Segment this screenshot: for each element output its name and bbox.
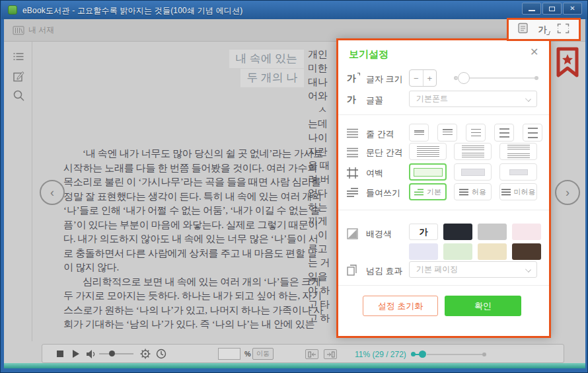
- reading-settings-button[interactable]: [518, 22, 528, 36]
- book-line: 는 거: [308, 256, 337, 270]
- bookmark-button[interactable]: [555, 47, 580, 81]
- reading-progress-label: 11% (29 / 272): [355, 350, 406, 359]
- sidebar-divider: [32, 42, 32, 341]
- book-line: 시작하는 노래를 다들 한 번쯤 들어봤을 것이다. 여러 가수의: [63, 161, 309, 176]
- page-percent-input[interactable]: [218, 348, 240, 360]
- font-size-decrease-button[interactable]: −: [410, 70, 423, 86]
- minimize-button[interactable]: [522, 3, 541, 15]
- tts-play-button[interactable]: [73, 350, 79, 358]
- margin-option-1[interactable]: [409, 163, 447, 181]
- bg-swatch-lavender[interactable]: [409, 243, 438, 260]
- my-library-button[interactable]: 내 서재: [13, 24, 54, 36]
- book-line: 개인: [308, 48, 337, 62]
- confirm-button[interactable]: 확인: [445, 296, 521, 316]
- tts-settings-button gear-icon[interactable]: [140, 349, 151, 359]
- page-flip-select[interactable]: 기본 페이징: [409, 261, 537, 278]
- line-spacing-option-2[interactable]: [437, 124, 457, 142]
- line-spacing-3-icon: [471, 129, 481, 137]
- book-line: 끼게: [308, 214, 337, 228]
- margin-option-2[interactable]: [454, 163, 492, 181]
- line-spacing-option-5[interactable]: [523, 124, 542, 142]
- font-size-icon: 가: [347, 73, 356, 85]
- book-line: ㅅ: [308, 103, 337, 117]
- bg-swatch-gray[interactable]: [478, 224, 507, 240]
- volume-slider[interactable]: [99, 353, 133, 354]
- fullscreen-button[interactable]: [557, 23, 570, 36]
- next-page-button[interactable]: ›: [555, 180, 580, 205]
- margin-1-icon: [414, 168, 443, 177]
- search-button[interactable]: [13, 90, 24, 101]
- maximize-icon: [549, 7, 555, 11]
- indent-option-default[interactable]: 기본: [409, 183, 447, 200]
- page-flip-value: 기본 페이징: [416, 264, 458, 275]
- progress-slider-handle[interactable]: [419, 351, 426, 358]
- book-line: 는데: [308, 117, 337, 131]
- bg-swatch-dark[interactable]: [443, 224, 472, 240]
- note-button[interactable]: [13, 71, 24, 82]
- bookmark-star-icon: [555, 47, 580, 79]
- edit-icon: [13, 71, 24, 82]
- divider: [338, 114, 549, 115]
- book-line: 정말 잘 표현했다는 생각이 든다. 특히 내 속에 있는 여러 개의: [63, 190, 309, 204]
- maximize-button[interactable]: [542, 3, 562, 15]
- book-line: 없다: [308, 186, 337, 200]
- paragraph-spacing-label: 문단 간격: [366, 147, 403, 159]
- indent-default-icon: [414, 188, 423, 196]
- toc-button[interactable]: [13, 52, 24, 63]
- book-line: ‘내 속엔 내가 너무도 많아 당신의 쉴 곳 없네’라는 가사로: [63, 147, 309, 161]
- line-spacing-icon: [347, 128, 359, 138]
- paragraph-spacing-option-3[interactable]: [499, 143, 537, 160]
- view-settings-panel: 보기설정 ✕ 가 글자 크기 − + 가 글꼴 기본폰트 줄 간격 문단 간격: [336, 38, 551, 338]
- timer-button clock-icon[interactable]: [156, 349, 166, 359]
- bg-swatch-cream[interactable]: [478, 243, 507, 260]
- margin-option-3[interactable]: [499, 163, 537, 181]
- font-size-slider-handle[interactable]: [458, 72, 470, 84]
- close-button[interactable]: ✕: [563, 3, 582, 15]
- panel-close-button[interactable]: ✕: [530, 46, 538, 58]
- indent-allow-icon: [459, 188, 468, 196]
- line-spacing-option-3[interactable]: [466, 124, 486, 142]
- book-line: 로 충돌하면서 다른 사람에게 상처를 주고 내 마음도 편할 날: [63, 247, 309, 261]
- tts-stop-button[interactable]: [57, 351, 63, 357]
- bookshelf-icon: [13, 26, 24, 35]
- line-spacing-option-4[interactable]: [494, 124, 514, 142]
- font-family-select[interactable]: 기본폰트: [409, 91, 537, 107]
- line-spacing-option-1[interactable]: [409, 124, 429, 142]
- paragraph-spacing-option-2[interactable]: [454, 143, 492, 160]
- bg-swatch-pink[interactable]: [512, 224, 541, 240]
- minimize-icon: [529, 10, 535, 11]
- bg-swatch-brown[interactable]: [512, 243, 541, 260]
- progress-slider[interactable]: [427, 354, 482, 355]
- indent-option-disallow[interactable]: 미허용: [499, 183, 537, 200]
- book-line: 이: [308, 228, 337, 242]
- book-line: 일을: [308, 270, 337, 284]
- book-page-text: ‘내 속엔 내가 너무도 많아 당신의 쉴 곳 없네’라는 가사로 시작하는 노…: [63, 147, 309, 332]
- search-icon: [13, 90, 24, 101]
- view-settings-button[interactable]: 가: [538, 24, 546, 36]
- indent-disallow-icon: [501, 188, 511, 196]
- font-size-increase-button[interactable]: +: [423, 70, 437, 86]
- book-line: 고 타: [308, 298, 337, 311]
- indent-option-allow[interactable]: 허용: [454, 183, 492, 200]
- font-family-value: 기본폰트: [416, 93, 448, 104]
- page-last-icon: [326, 351, 335, 358]
- book-line: 미한: [308, 62, 337, 75]
- background-color-icon: [347, 228, 359, 239]
- ebook-reader-window: eBook도서관 - 고요할수록 밝아지는 것들(100쇄 기념 에디션) ✕ …: [0, 0, 588, 373]
- paragraph-spacing-option-1[interactable]: [409, 143, 447, 160]
- go-first-page-button[interactable]: [305, 349, 318, 359]
- line-spacing-label: 줄 간격: [366, 128, 394, 140]
- book-line: 려 버: [308, 173, 337, 186]
- bg-swatch-white[interactable]: 가: [409, 224, 438, 240]
- volume-slider-handle[interactable]: [109, 351, 115, 356]
- chevron-down-icon: [525, 267, 531, 272]
- bg-swatch-green[interactable]: [443, 243, 472, 260]
- margin-icon: [347, 167, 359, 179]
- percent-label: %: [244, 350, 251, 358]
- reset-settings-button[interactable]: 설정 초기화: [363, 296, 438, 316]
- go-last-page-button[interactable]: [324, 349, 337, 359]
- book-line: 픔’이 있다는 부분이 마음에 와닿는다. 실제로 그렇기 때문이: [63, 218, 309, 233]
- my-library-label: 내 서재: [28, 24, 54, 36]
- go-button[interactable]: 이동: [252, 348, 274, 360]
- prev-page-button[interactable]: ‹: [40, 180, 65, 205]
